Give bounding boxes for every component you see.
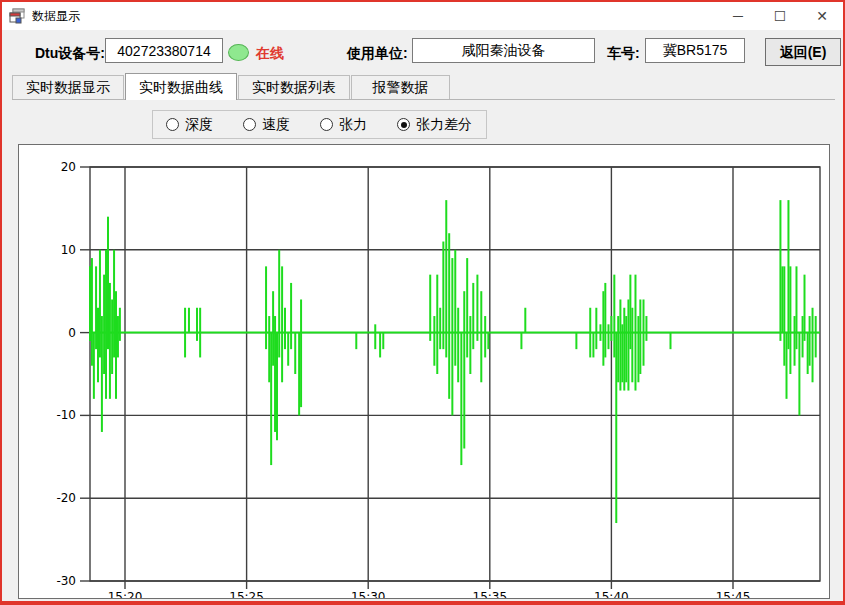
- minimize-button[interactable]: ─: [717, 2, 759, 30]
- radio-option-2[interactable]: 速度: [243, 116, 290, 134]
- radio-unselected-icon[interactable]: [243, 118, 256, 131]
- unit-label: 使用单位:: [347, 45, 408, 63]
- tab-3[interactable]: 实时数据列表: [238, 75, 350, 99]
- svg-text:15:20: 15:20: [108, 590, 143, 598]
- tab-4[interactable]: 报警数据: [351, 75, 450, 99]
- window-title: 数据显示: [32, 8, 80, 25]
- svg-text:15:45: 15:45: [716, 590, 751, 598]
- radio-option-3[interactable]: 张力: [320, 116, 367, 134]
- unit-input[interactable]: [412, 38, 595, 63]
- radio-option-4[interactable]: 张力差分: [397, 116, 472, 134]
- back-button[interactable]: 返回(E): [765, 38, 841, 66]
- tab-1[interactable]: 实时数据显示: [12, 75, 124, 99]
- app-window: 数据显示 ─ ☐ ✕ Dtu设备号: 在线 使用单位: 车号: 返回(E) 实时…: [0, 0, 845, 605]
- maximize-button[interactable]: ☐: [759, 2, 801, 30]
- tension-diff-chart: 20100-10-20-3015:2015:2515:3015:3515:401…: [19, 145, 829, 598]
- svg-text:-30: -30: [56, 574, 76, 588]
- online-status-text: 在线: [256, 45, 284, 63]
- close-button[interactable]: ✕: [801, 2, 843, 30]
- svg-text:-20: -20: [56, 491, 76, 505]
- radio-option-label: 深度: [185, 116, 213, 134]
- title-bar: 数据显示 ─ ☐ ✕: [2, 2, 843, 30]
- dtu-input[interactable]: [105, 38, 223, 63]
- svg-text:20: 20: [61, 160, 76, 174]
- app-icon: [9, 8, 25, 24]
- online-status-dot: [228, 44, 249, 61]
- radio-unselected-icon[interactable]: [166, 118, 179, 131]
- radio-option-label: 速度: [262, 116, 290, 134]
- curve-type-radio-group: 深度速度张力张力差分: [152, 110, 487, 139]
- radio-option-1[interactable]: 深度: [166, 116, 213, 134]
- dtu-label: Dtu设备号:: [35, 45, 105, 63]
- radio-unselected-icon[interactable]: [320, 118, 333, 131]
- chart-panel: 20100-10-20-3015:2015:2515:3015:3515:401…: [18, 144, 830, 599]
- radio-option-label: 张力: [339, 116, 367, 134]
- radio-option-label: 张力差分: [416, 116, 472, 134]
- svg-text:-10: -10: [56, 408, 76, 422]
- svg-text:15:30: 15:30: [351, 590, 386, 598]
- svg-text:0: 0: [68, 326, 76, 340]
- tab-2[interactable]: 实时数据曲线: [125, 73, 237, 100]
- svg-text:15:35: 15:35: [473, 590, 508, 598]
- radio-selected-icon[interactable]: [397, 118, 410, 131]
- svg-text:10: 10: [61, 243, 76, 257]
- svg-text:15:25: 15:25: [229, 590, 264, 598]
- tab-bar: 实时数据显示实时数据曲线实时数据列表报警数据: [12, 74, 835, 100]
- svg-text:15:40: 15:40: [594, 590, 629, 598]
- vehicle-label: 车号:: [607, 45, 640, 63]
- vehicle-input[interactable]: [645, 38, 745, 63]
